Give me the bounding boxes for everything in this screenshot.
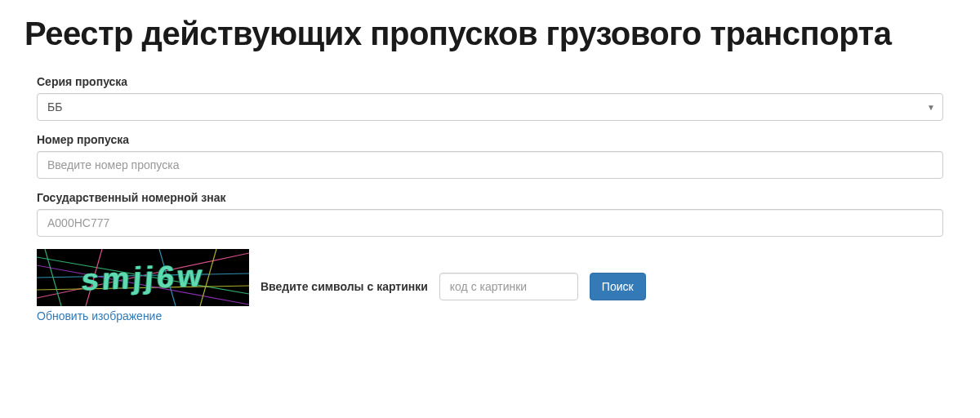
series-group: Серия пропуска ББ ▼ <box>37 75 943 121</box>
plate-input[interactable] <box>37 209 943 237</box>
number-label: Номер пропуска <box>37 133 943 146</box>
captcha-image: smjj6w <box>37 249 249 306</box>
captcha-text: smjj6w <box>80 258 206 297</box>
page-title: Реестр действующих пропусков грузового т… <box>24 15 956 52</box>
plate-label: Государственный номерной знак <box>37 191 943 204</box>
captcha-box: smjj6w Обновить изображение <box>37 249 249 323</box>
captcha-prompt-label: Введите символы с картинки <box>261 280 428 293</box>
series-label: Серия пропуска <box>37 75 943 88</box>
search-form: Серия пропуска ББ ▼ Номер пропуска Госуд… <box>24 75 956 323</box>
number-group: Номер пропуска <box>37 133 943 179</box>
number-input[interactable] <box>37 151 943 179</box>
series-select[interactable]: ББ ▼ <box>37 93 943 121</box>
captcha-row: smjj6w Обновить изображение Введите симв… <box>37 249 943 323</box>
captcha-refresh-link[interactable]: Обновить изображение <box>37 309 162 322</box>
plate-group: Государственный номерной знак <box>37 191 943 237</box>
search-button[interactable]: Поиск <box>590 273 646 300</box>
series-selected-value: ББ <box>47 100 62 113</box>
captcha-input[interactable] <box>439 273 578 300</box>
